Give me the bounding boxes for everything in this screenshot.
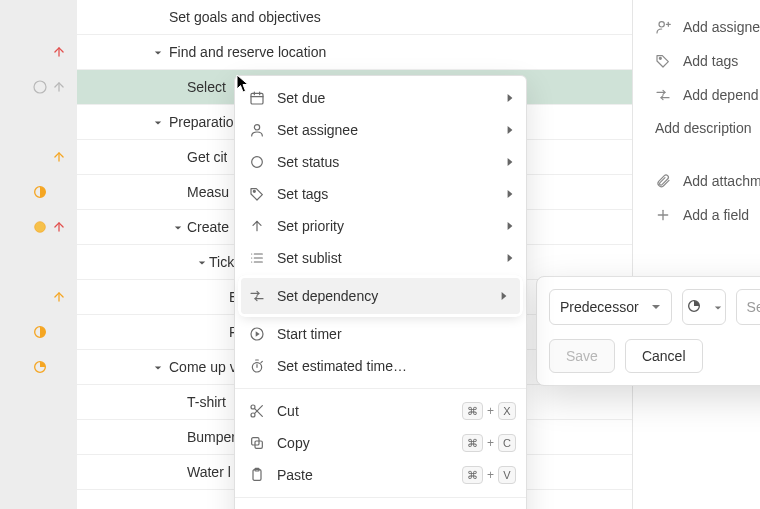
caret-down-icon[interactable] [153,48,163,58]
svg-rect-8 [251,93,263,104]
side-item-label: Add a field [683,207,749,223]
scissors-icon [249,403,265,419]
task-label: Come up v [169,359,237,375]
dependency-popover: Predecessor Sele Save Cancel [536,276,760,386]
add-tags-button[interactable]: Add tags [655,44,760,78]
menu-item-label: Start timer [277,326,342,342]
task-label: Select [187,79,226,95]
clipboard-icon [249,467,265,483]
caret-down-icon[interactable] [153,363,163,373]
user-icon [249,122,265,138]
menu-item-label: Cut [277,403,299,419]
svg-point-2 [35,222,46,233]
chevron-right-icon [506,250,514,266]
add-field-button[interactable]: Add a field [655,198,760,232]
status-quarter-icon[interactable] [20,350,60,384]
menu-set-assignee[interactable]: Set assignee [235,114,526,146]
svg-point-11 [253,190,255,192]
add-attachment-button[interactable]: Add attachm [655,164,760,198]
svg-point-10 [252,157,263,168]
task-label: Preparatio [169,114,234,130]
menu-item-label: Set tags [277,186,328,202]
menu-separator [235,497,526,498]
paperclip-icon [655,173,671,189]
menu-item-label: Set estimated time… [277,358,407,374]
menu-copy[interactable]: Copy ⌘ + C [235,427,526,459]
add-description-button[interactable]: Add description [655,120,760,136]
menu-set-due[interactable]: Set due [235,82,526,114]
priority-up-icon [47,140,71,174]
menu-item-label: Set due [277,90,325,106]
chevron-right-icon [506,218,514,234]
caret-down-icon[interactable] [153,118,163,128]
dependency-status-select[interactable] [682,289,726,325]
caret-down-icon[interactable] [197,258,207,268]
menu-item-label: Paste [277,467,313,483]
task-label: Measu [187,184,229,200]
caret-down-icon [651,299,661,315]
tag-icon [655,53,671,69]
priority-up-icon [47,210,71,244]
svg-point-9 [254,125,259,130]
calendar-icon [249,90,265,106]
caret-down-icon [714,299,722,315]
context-menu: Set due Set assignee Set status Set tags [234,75,527,509]
menu-set-tags[interactable]: Set tags [235,178,526,210]
task-label: Find and reserve location [169,44,326,60]
menu-set-sublist[interactable]: Set sublist [235,242,526,274]
chevron-right-icon [500,288,508,304]
priority-up-icon [47,280,71,314]
menu-separator [235,388,526,389]
menu-item-label: Set priority [277,218,344,234]
list-icon [249,250,265,266]
user-plus-icon [655,19,671,35]
cancel-button[interactable]: Cancel [625,339,703,373]
detail-side-panel: Add assigne Add tags Add depend Add desc… [632,0,760,509]
menu-start-timer[interactable]: Start timer [235,318,526,350]
shortcut: ⌘ + C [462,434,516,452]
menu-cut[interactable]: Cut ⌘ + X [235,395,526,427]
menu-mark-as-read[interactable]: Mark as read [235,504,526,509]
status-half-icon[interactable] [20,315,60,349]
menu-set-dependency[interactable]: Set dependency [241,278,520,314]
chevron-right-icon [506,122,514,138]
task-label: Create [187,219,229,235]
menu-set-priority[interactable]: Set priority [235,210,526,242]
menu-item-label: Set status [277,154,339,170]
placeholder-text: Sele [747,299,760,315]
task-label: Tick [209,254,234,270]
side-item-label: Add assigne [683,19,760,35]
circle-icon [249,154,265,170]
menu-set-estimated[interactable]: Set estimated time… [235,350,526,382]
svg-point-0 [34,81,46,93]
menu-item-label: Set sublist [277,250,342,266]
status-half-icon[interactable] [20,175,60,209]
task-row[interactable]: Set goals and objectives [77,0,632,35]
menu-set-status[interactable]: Set status [235,146,526,178]
task-label: Water l [187,464,231,480]
shortcut: ⌘ + X [462,402,516,420]
dependency-icon [655,87,671,103]
chevron-right-icon [506,90,514,106]
copy-icon [249,435,265,451]
plus-icon [655,207,671,223]
side-item-label: Add description [655,120,752,136]
side-item-label: Add attachm [683,173,760,189]
arrow-up-icon [249,218,265,234]
add-assignee-button[interactable]: Add assigne [655,10,760,44]
caret-down-icon[interactable] [173,223,183,233]
play-icon [249,326,265,342]
tag-icon [249,186,265,202]
add-dependency-button[interactable]: Add depend [655,78,760,112]
task-row[interactable]: Find and reserve location [77,35,632,70]
chevron-right-icon [506,154,514,170]
dependency-icon [249,288,265,304]
select-value: Predecessor [560,299,639,315]
dependency-type-select[interactable]: Predecessor [549,289,672,325]
dependency-search-input[interactable]: Sele [736,289,760,325]
menu-item-label: Set dependency [277,288,378,304]
svg-point-6 [659,57,661,59]
task-label: Get cit [187,149,227,165]
save-button[interactable]: Save [549,339,615,373]
menu-paste[interactable]: Paste ⌘ + V [235,459,526,491]
